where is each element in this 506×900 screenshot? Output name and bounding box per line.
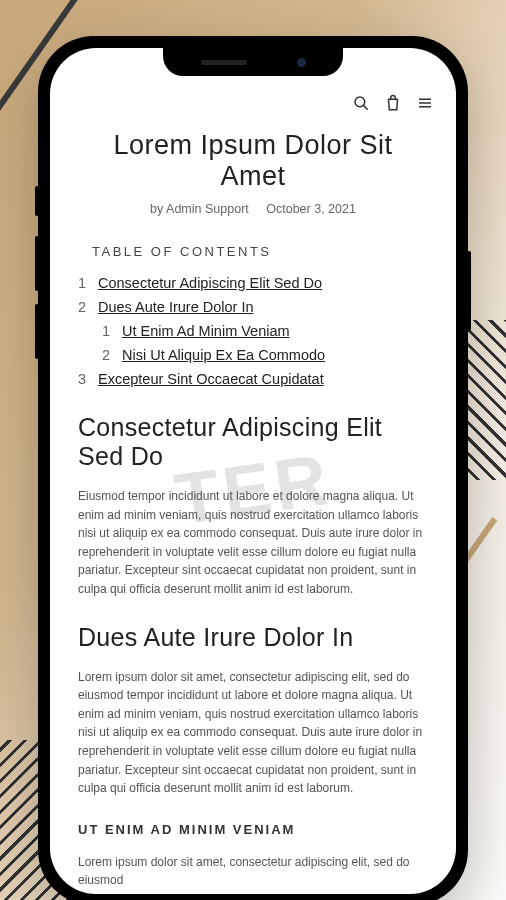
toc-link[interactable]: Nisi Ut Aliquip Ex Ea Commodo [122,347,325,363]
phone-power-button [467,251,471,331]
bag-icon[interactable] [384,94,402,116]
toc-number: 1 [102,323,112,339]
menu-icon[interactable] [416,94,434,116]
subsection-heading: UT ENIM AD MINIM VENIAM [78,822,428,837]
toc-item: 3 Excepteur Sint Occaecat Cupidatat [78,371,428,387]
table-of-contents: TABLE OF CONTENTS 1 Consectetur Adipisci… [78,244,428,387]
svg-line-1 [364,106,368,110]
section-paragraph: Lorem ipsum dolor sit amet, consectetur … [78,668,428,798]
toc-number: 1 [78,275,88,291]
article-content: Lorem Ipsum Dolor Sit Amet by Admin Supp… [50,130,456,890]
phone-frame: TER Lorem Ipsum Dolor Sit Amet by Admin … [38,36,468,900]
section-paragraph: Eiusmod tempor incididunt ut labore et d… [78,487,428,599]
phone-volume-up [35,236,39,291]
toc-link[interactable]: Dues Aute Irure Dolor In [98,299,254,315]
phone-volume-down [35,304,39,359]
toc-subitem: 1 Ut Enim Ad Minim Veniam [102,323,428,339]
toc-item: 2 Dues Aute Irure Dolor In [78,299,428,315]
toc-link[interactable]: Consectetur Adipiscing Elit Sed Do [98,275,322,291]
byline-date: October 3, 2021 [266,202,356,216]
svg-point-0 [355,97,365,107]
section-heading: Consectetur Adipiscing Elit Sed Do [78,413,428,471]
toc-heading: TABLE OF CONTENTS [92,244,428,259]
toc-number: 3 [78,371,88,387]
toc-item: 1 Consectetur Adipiscing Elit Sed Do [78,275,428,291]
search-icon[interactable] [352,94,370,116]
phone-notch [163,48,343,76]
toc-link[interactable]: Ut Enim Ad Minim Veniam [122,323,290,339]
phone-screen: TER Lorem Ipsum Dolor Sit Amet by Admin … [50,48,456,894]
article-title: Lorem Ipsum Dolor Sit Amet [78,130,428,192]
speaker-icon [201,60,247,65]
toc-link[interactable]: Excepteur Sint Occaecat Cupidatat [98,371,324,387]
camera-icon [297,58,306,67]
byline-author: by Admin Support [150,202,249,216]
toc-number: 2 [78,299,88,315]
toc-number: 2 [102,347,112,363]
top-bar [50,86,456,130]
section-heading: Dues Aute Irure Dolor In [78,623,428,652]
phone-mute-switch [35,186,39,216]
toc-subitem: 2 Nisi Ut Aliquip Ex Ea Commodo [102,347,428,363]
app-viewport: Lorem Ipsum Dolor Sit Amet by Admin Supp… [50,48,456,894]
article-byline: by Admin Support October 3, 2021 [78,202,428,216]
section-paragraph: Lorem ipsum dolor sit amet, consectetur … [78,853,428,890]
